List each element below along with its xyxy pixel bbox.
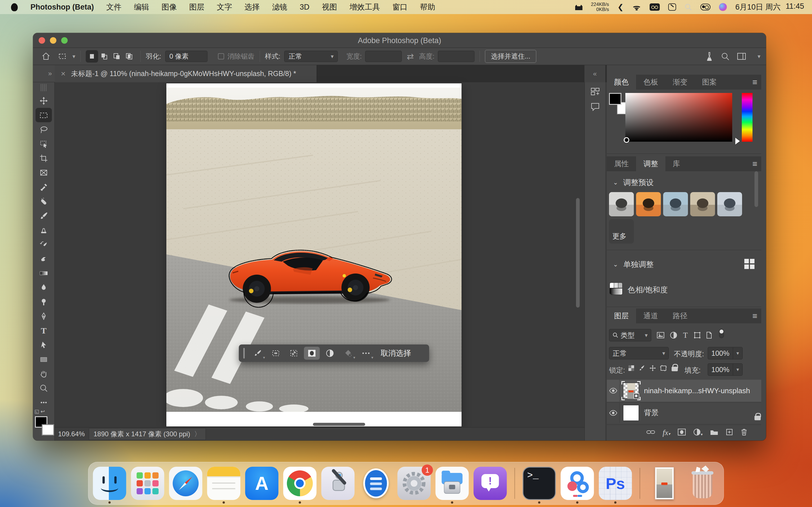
hand-tool[interactable] (36, 367, 52, 381)
select-brush-icon[interactable]: ▾ (250, 347, 266, 360)
menu-select[interactable]: 选择 (245, 2, 260, 12)
move-tool[interactable] (36, 94, 52, 108)
preset-cool-blue[interactable] (663, 192, 688, 216)
add-mask-icon[interactable] (677, 429, 686, 437)
input-method-icon[interactable] (650, 3, 660, 11)
dock-feedback-assistant-icon[interactable]: ! (474, 467, 507, 500)
lasso-tool[interactable] (36, 122, 52, 136)
modify-selection-icon[interactable] (268, 347, 284, 360)
collapse-chevron-icon[interactable]: ⌄ (613, 179, 618, 186)
hue-saturation-label[interactable]: 色相/饱和度 (627, 285, 668, 295)
lock-artboard-icon[interactable] (659, 364, 668, 372)
blend-mode-select[interactable]: 正常▾ (609, 347, 669, 359)
layer-visibility-eye-icon[interactable] (607, 403, 620, 423)
height-input[interactable] (438, 51, 474, 62)
menubar-app-icon[interactable] (575, 4, 582, 10)
link-layers-icon[interactable] (646, 429, 655, 436)
dock-photoshop-beta-icon[interactable]: Ps (599, 467, 632, 500)
more-presets-button[interactable]: 更多 (609, 219, 634, 244)
layer-effects-icon[interactable]: fx▾ (663, 428, 670, 437)
adjustments-panel-menu-icon[interactable]: ≡ (752, 159, 757, 169)
status-chevron-icon[interactable]: 〉 (194, 430, 201, 439)
workspace-switcher-icon[interactable] (737, 52, 746, 61)
new-adjustment-layer-icon[interactable]: ▾ (693, 429, 703, 437)
layer-name[interactable]: ninah-heikamp...sHWY-unsplash (644, 386, 750, 395)
layer-thumbnail-smart-object[interactable] (623, 383, 639, 399)
menu-app-name[interactable]: Photoshop (Beta) (31, 3, 94, 11)
adjustment-presets-header[interactable]: ⌄ 调整预设 (613, 177, 654, 187)
layer-row-background[interactable]: 背景 (607, 402, 761, 423)
menu-view[interactable]: 视图 (322, 2, 337, 12)
more-options-icon[interactable]: ▾ (358, 347, 374, 360)
tab-properties[interactable]: 属性 (607, 156, 636, 171)
layer-filter-toggle[interactable] (717, 329, 726, 338)
dodge-tool[interactable] (36, 295, 52, 309)
filter-adjustment-layers-icon[interactable] (669, 331, 678, 339)
dock-finder-icon[interactable] (93, 467, 126, 500)
dock-trash-icon[interactable] (686, 467, 719, 500)
hue-slider-marker[interactable] (735, 138, 740, 145)
history-panel-icon[interactable] (589, 86, 601, 97)
menu-type[interactable]: 文字 (217, 2, 232, 12)
menu-filter[interactable]: 滤镜 (272, 2, 287, 12)
dock-app-store-icon[interactable]: A (245, 467, 278, 500)
shortcut-app-icon[interactable] (668, 3, 676, 11)
menu-layer[interactable]: 图层 (189, 2, 204, 12)
filter-shape-layers-icon[interactable] (693, 331, 702, 339)
tab-color[interactable]: 颜色 (607, 75, 636, 90)
layer-thumbnail-background[interactable] (623, 405, 639, 421)
close-tab-icon[interactable]: × (61, 69, 65, 78)
fill-value[interactable]: 100%▾ (708, 363, 743, 376)
edit-toolbar-icon[interactable] (36, 395, 52, 409)
tab-layers[interactable]: 图层 (607, 308, 636, 323)
dock-launchpad-icon[interactable] (131, 467, 164, 500)
filter-smart-objects-icon[interactable] (705, 331, 713, 339)
subtract-selection-mode-button[interactable] (110, 50, 123, 62)
document-canvas[interactable] (166, 83, 462, 427)
path-selection-tool[interactable] (36, 338, 52, 352)
menu-edit[interactable]: 编辑 (134, 2, 149, 12)
color-cursor[interactable] (624, 137, 629, 143)
toolbar-collapse-toggle[interactable]: » (33, 65, 55, 82)
dock-terminal-icon[interactable]: >_ (523, 467, 556, 500)
toolbar-grip[interactable] (41, 84, 47, 91)
menu-plugins[interactable]: 增效工具 (350, 2, 380, 12)
crop-tool[interactable] (36, 151, 52, 165)
menu-3d[interactable]: 3D (300, 3, 310, 11)
grid-view-icon[interactable] (744, 259, 755, 269)
vertical-scrollbar[interactable] (576, 198, 580, 307)
preset-sepia[interactable] (690, 192, 715, 216)
back-chevron-icon[interactable]: ❮ (617, 3, 624, 11)
layer-filter-type-select[interactable]: 类型▾ (609, 329, 651, 341)
tab-adjustments[interactable]: 调整 (636, 156, 665, 171)
dock-chrome-icon[interactable] (283, 467, 317, 500)
background-color[interactable] (42, 424, 54, 436)
menubar-clock[interactable]: 6月10日 周六 11:45 (735, 2, 804, 12)
dock-baidu-netdisk-icon[interactable] (561, 467, 594, 500)
apple-menu-icon[interactable] (11, 3, 18, 11)
zoom-tool[interactable] (36, 381, 52, 395)
intersect-selection-mode-button[interactable] (123, 50, 135, 62)
dock-image-capture-icon[interactable] (436, 467, 469, 500)
frame-tool[interactable] (36, 165, 52, 180)
feather-input[interactable]: 0 像素 (165, 51, 207, 62)
preset-sunset[interactable] (636, 192, 661, 216)
rectangular-marquee-tool[interactable] (36, 108, 52, 122)
spot-healing-brush-tool[interactable] (36, 194, 52, 209)
lock-all-icon[interactable] (670, 363, 679, 372)
document-info[interactable]: 1890 像素 x 1417 像素 (300 ppi) 〉 (89, 428, 206, 440)
tab-libraries[interactable]: 库 (665, 156, 688, 171)
width-input[interactable] (365, 51, 402, 62)
dock-notes-icon[interactable] (207, 467, 241, 500)
hue-slider[interactable] (742, 93, 753, 142)
layer-row-car[interactable]: ninah-heikamp...sHWY-unsplash (607, 380, 761, 402)
layer-visibility-eye-icon[interactable] (607, 380, 620, 402)
saturation-brightness-field[interactable] (625, 93, 732, 142)
rectangle-tool[interactable] (36, 352, 52, 367)
type-tool[interactable]: T (36, 323, 52, 338)
comments-panel-icon[interactable] (589, 101, 601, 112)
control-center-icon[interactable] (700, 4, 711, 10)
new-group-icon[interactable] (710, 429, 718, 437)
workspace-chevron-icon[interactable]: ▾ (758, 53, 760, 60)
eyedropper-tool[interactable] (36, 180, 52, 194)
